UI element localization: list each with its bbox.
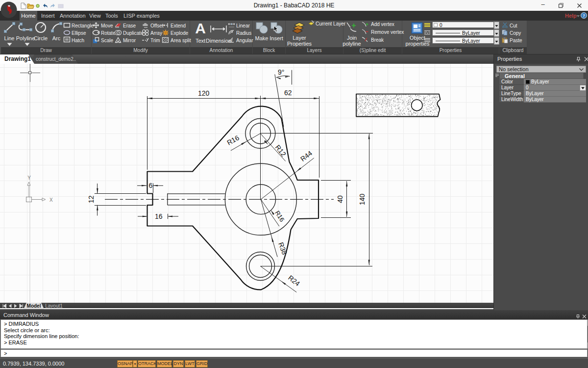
svg-text:R16: R16 bbox=[273, 210, 286, 223]
svg-text:R44: R44 bbox=[299, 149, 314, 163]
svg-text:Y: Y bbox=[27, 175, 31, 181]
svg-text:R16: R16 bbox=[225, 133, 240, 147]
svg-text:40: 40 bbox=[336, 195, 344, 203]
svg-text:X: X bbox=[49, 197, 53, 203]
svg-text:16: 16 bbox=[155, 212, 163, 220]
svg-text:120: 120 bbox=[198, 89, 210, 97]
svg-text:12: 12 bbox=[88, 195, 96, 203]
svg-text:9°: 9° bbox=[278, 68, 284, 76]
svg-text:140: 140 bbox=[358, 193, 366, 205]
svg-text:R12: R12 bbox=[274, 143, 288, 158]
svg-text:62: 62 bbox=[284, 89, 292, 97]
svg-text:6: 6 bbox=[149, 182, 153, 189]
svg-text:R38: R38 bbox=[277, 241, 289, 256]
svg-text:R24: R24 bbox=[287, 274, 301, 288]
